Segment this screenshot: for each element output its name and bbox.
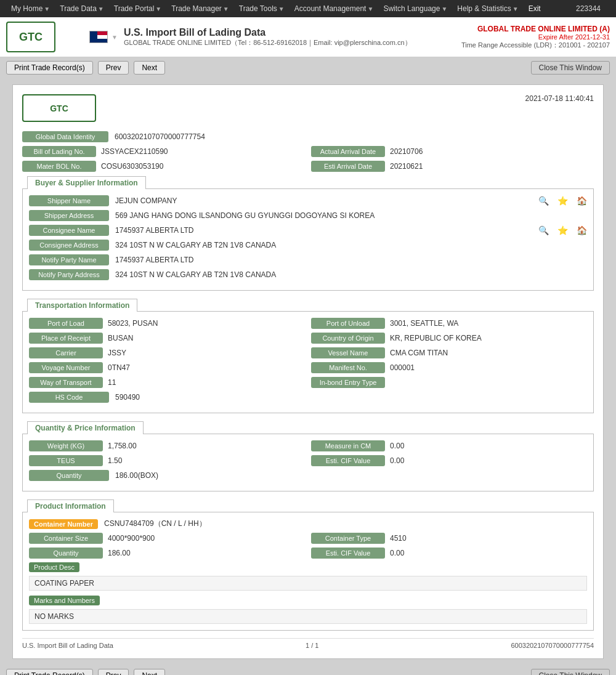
port-of-unload-label: Port of Unload	[311, 318, 385, 329]
nav-account-management[interactable]: Account Management ▼	[290, 0, 379, 17]
print-button-bottom[interactable]: Print Trade Record(s)	[6, 669, 93, 675]
container-number-label: Container Number	[29, 519, 98, 529]
flag-area[interactable]: ▼	[89, 31, 118, 43]
bill-of-lading-value: JSSYACEX2110590	[101, 147, 305, 156]
consignee-star-icon[interactable]: ⭐	[557, 225, 568, 235]
country-of-origin-label: Country of Origin	[311, 333, 385, 344]
nav-trade-tools[interactable]: Trade Tools ▼	[234, 0, 290, 17]
product-desc-value: COATING PAPER	[29, 576, 587, 591]
container-size-value: 4000*900*900	[108, 534, 305, 543]
ldr-range: Time Range Accessible (LDR)：201001 - 202…	[461, 41, 610, 50]
shipper-name-row: Shipper Name JEJUN COMPANY 🔍 ⭐ 🏠	[29, 195, 587, 206]
marks-numbers-label: Marks and Numbers	[29, 596, 100, 605]
quantity-value: 186.00(BOX)	[115, 471, 587, 480]
quantity-price-section: Quantity & Price Information Weight (KG)…	[22, 421, 594, 491]
nav-switch-language[interactable]: Switch Language ▼	[378, 0, 452, 17]
print-button-top[interactable]: Print Trade Record(s)	[6, 61, 93, 75]
top-toolbar: Print Trade Record(s) Prev Next Close Th…	[0, 57, 616, 78]
product-quantity-value: 186.00	[108, 549, 305, 557]
actual-arrival-date-label: Actual Arrival Date	[311, 146, 385, 157]
global-data-identity-row: Global Data Identity 6003202107070000777…	[22, 131, 594, 142]
consignee-address-label: Consignee Address	[29, 240, 109, 251]
notify-party-address-row: Notify Party Address 324 10ST N W CALGAR…	[29, 269, 587, 280]
measure-in-cm-value: 0.00	[390, 442, 587, 450]
shipper-name-label: Shipper Name	[29, 195, 109, 206]
quantity-price-content: Weight (KG) 1,758.00 Measure in CM 0.00 …	[22, 434, 594, 491]
shipper-search-icon[interactable]: 🔍	[538, 196, 549, 206]
consignee-home-icon[interactable]: 🏠	[577, 225, 587, 235]
product-tab: Product Information	[27, 499, 114, 512]
port-of-load-value: 58023, PUSAN	[108, 319, 305, 328]
header-subtitle: GLOBAL TRADE ONLINE LIMITED（Tel：86-512-6…	[124, 38, 461, 47]
container-type-label: Container Type	[311, 533, 385, 544]
shipper-address-label: Shipper Address	[29, 210, 109, 221]
nav-trade-manager[interactable]: Trade Manager ▼	[166, 0, 234, 17]
mater-bol-value: COSU6303053190	[101, 162, 305, 171]
container-size-label: Container Size	[29, 533, 103, 544]
record-header: GTC 2021-07-18 11:40:41	[22, 94, 594, 122]
weight-kg-label: Weight (KG)	[29, 440, 103, 451]
manifest-no-value: 000001	[390, 363, 587, 372]
shipper-address-value: 569 JANG HANG DONG ILSANDONG GU GYUNGGI …	[115, 211, 587, 220]
hs-code-label: HS Code	[29, 392, 109, 403]
bill-of-lading-label: Bill of Lading No.	[22, 146, 96, 157]
hs-code-value: 590490	[115, 393, 587, 402]
manifest-no-label: Manifest No.	[311, 362, 385, 373]
next-button-top[interactable]: Next	[134, 61, 165, 75]
marks-numbers-row: Marks and Numbers	[29, 596, 587, 605]
title-area: U.S. Import Bill of Lading Data GLOBAL T…	[124, 27, 461, 47]
actual-arrival-date-value: 20210706	[390, 147, 594, 156]
nav-exit[interactable]: Exit	[524, 0, 546, 17]
record-card: GTC 2021-07-18 11:40:41 Global Data Iden…	[12, 84, 604, 659]
close-button-top[interactable]: Close This Window	[531, 61, 610, 75]
hs-code-row: HS Code 590490	[29, 392, 587, 403]
shipper-star-icon[interactable]: ⭐	[557, 196, 568, 206]
bol-arrival-row: Bill of Lading No. JSSYACEX2110590 Actua…	[22, 146, 594, 157]
container-number-value: CSNU7484709（CN / L / HH）	[104, 519, 587, 529]
account-info: GLOBAL TRADE ONLINE LIMITED (A) Expire A…	[461, 25, 610, 50]
close-button-bottom[interactable]: Close This Window	[531, 669, 610, 675]
nav-trade-portal[interactable]: Trade Portal ▼	[109, 0, 167, 17]
nav-my-home[interactable]: My Home ▼	[6, 0, 55, 17]
weight-kg-value: 1,758.00	[108, 442, 305, 450]
next-button-bottom[interactable]: Next	[134, 669, 165, 675]
mater-bol-label: Mater BOL No.	[22, 161, 96, 172]
vessel-name-label: Vessel Name	[311, 347, 385, 358]
page-title: U.S. Import Bill of Lading Data	[124, 27, 461, 38]
voyage-number-value: 0TN47	[108, 363, 305, 372]
account-company: GLOBAL TRADE ONLINE LIMITED (A)	[461, 25, 610, 33]
product-desc-row: Product Desc	[29, 562, 587, 572]
company-logo: GTC	[6, 22, 55, 52]
consignee-address-row: Consignee Address 324 10ST N W CALGARY A…	[29, 240, 587, 251]
country-of-origin-value: KR, REPUBLIC OF KOREA	[390, 334, 587, 342]
prev-button-top[interactable]: Prev	[98, 61, 129, 75]
consignee-address-value: 324 10ST N W CALGARY AB T2N 1V8 CANADA	[115, 241, 587, 249]
product-esti-cif-value: 0.00	[390, 549, 587, 557]
shipper-address-row: Shipper Address 569 JANG HANG DONG ILSAN…	[29, 210, 587, 221]
us-flag-icon	[89, 31, 108, 43]
product-content: Container Number CSNU7484709（CN / L / HH…	[22, 512, 594, 631]
quantity-label: Quantity	[29, 470, 109, 481]
carrier-value: JSSY	[108, 349, 305, 357]
global-data-identity-label: Global Data Identity	[22, 131, 108, 142]
consignee-name-value: 1745937 ALBERTA LTD	[115, 226, 530, 235]
container-type-value: 4510	[390, 534, 587, 543]
record-footer: U.S. Import Bill of Lading Data 1 / 1 60…	[22, 638, 594, 649]
notify-party-name-value: 1745937 ALBERTA LTD	[115, 256, 587, 264]
notify-party-address-value: 324 10ST N W CALGARY AB T2N 1V8 CANADA	[115, 270, 587, 279]
record-logo: GTC	[22, 94, 96, 122]
consignee-search-icon[interactable]: 🔍	[538, 225, 549, 235]
port-of-load-label: Port of Load	[29, 318, 103, 329]
place-of-receipt-value: BUSAN	[108, 334, 305, 342]
buyer-supplier-section: Buyer & Supplier Information Shipper Nam…	[22, 176, 594, 291]
port-of-unload-value: 3001, SEATTLE, WA	[390, 319, 587, 328]
nav-help-statistics[interactable]: Help & Statistics ▼	[452, 0, 523, 17]
nav-trade-data[interactable]: Trade Data ▼	[55, 0, 109, 17]
shipper-name-value: JEJUN COMPANY	[115, 196, 530, 205]
esti-cif-value: 0.00	[390, 456, 587, 465]
buyer-supplier-content: Shipper Name JEJUN COMPANY 🔍 ⭐ 🏠 Shipper…	[22, 188, 594, 291]
shipper-home-icon[interactable]: 🏠	[577, 196, 587, 206]
carrier-label: Carrier	[29, 347, 103, 358]
prev-button-bottom[interactable]: Prev	[98, 669, 129, 675]
transportation-content: Port of Load 58023, PUSAN Port of Unload…	[22, 311, 594, 413]
